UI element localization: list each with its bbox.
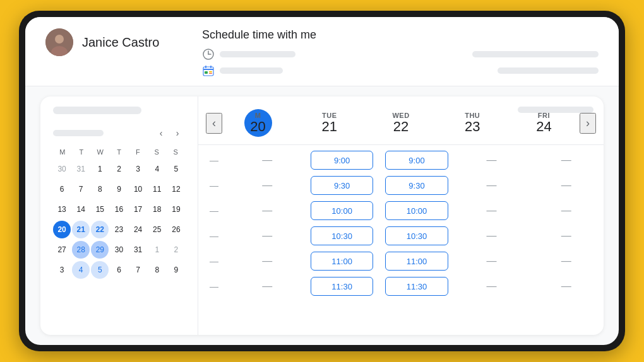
slot-cell-2-0: — bbox=[230, 199, 304, 222]
device-screen: Janice Castro Schedule time with me bbox=[25, 17, 619, 345]
cal-day-28[interactable]: 28 bbox=[72, 241, 90, 259]
cal-day-6[interactable]: 6 bbox=[53, 180, 71, 198]
slot-cell-0-1: 9:00 bbox=[304, 149, 379, 172]
cal-day-31[interactable]: 31 bbox=[72, 160, 90, 178]
clock-icon bbox=[202, 48, 215, 61]
cal-day-3[interactable]: 3 bbox=[53, 261, 71, 279]
cal-day-21[interactable]: 21 bbox=[72, 221, 90, 238]
cal-day-29[interactable]: 29 bbox=[91, 241, 109, 259]
cal-day-7[interactable]: 7 bbox=[72, 180, 90, 198]
today-circle: M 20 bbox=[244, 109, 272, 137]
schedule-title: Schedule time with me bbox=[202, 28, 599, 42]
slot-cell-2-3: — bbox=[454, 199, 528, 222]
time-today-label-5: — bbox=[198, 281, 230, 291]
slot-btn-4-1[interactable]: 11:00 bbox=[311, 252, 373, 271]
schedule-bar-2 bbox=[220, 67, 283, 74]
slot-btn-2-1[interactable]: 10:00 bbox=[311, 201, 373, 220]
tue-col-header: TUE 21 bbox=[294, 109, 365, 137]
prev-week-button[interactable]: ‹ bbox=[206, 113, 222, 134]
slot-cell-4-4: — bbox=[529, 250, 604, 272]
slot-empty-1-0: — bbox=[262, 180, 272, 191]
slot-empty-1-4: — bbox=[561, 180, 571, 191]
slot-cell-2-4: — bbox=[529, 199, 604, 222]
cal-day-5[interactable]: 5 bbox=[167, 160, 185, 178]
cal-day-11[interactable]: 11 bbox=[148, 180, 166, 198]
user-name: Janice Castro bbox=[82, 35, 159, 50]
cal-day-4[interactable]: 4 bbox=[72, 261, 90, 279]
time-row-1: ——9:309:30—— bbox=[198, 173, 604, 198]
cal-day-3[interactable]: 3 bbox=[129, 160, 147, 178]
cal-days: 3031123456789101112131415161718192021222… bbox=[53, 160, 185, 279]
time-today-label-1: — bbox=[198, 180, 230, 190]
slot-cell-3-1: 10:30 bbox=[304, 225, 379, 247]
slot-cell-4-2: 11:00 bbox=[379, 250, 454, 272]
slot-cell-1-3: — bbox=[454, 174, 528, 197]
cal-day-25[interactable]: 25 bbox=[148, 221, 166, 238]
cal-day-5[interactable]: 5 bbox=[91, 261, 109, 279]
cal-day-2[interactable]: 2 bbox=[167, 241, 185, 259]
slot-cell-3-3: — bbox=[454, 225, 528, 247]
slot-btn-5-1[interactable]: 11:30 bbox=[311, 277, 373, 296]
cal-day-8[interactable]: 8 bbox=[91, 180, 109, 198]
cal-header-bar bbox=[53, 107, 141, 114]
cal-day-1[interactable]: 1 bbox=[148, 241, 166, 259]
slot-cells-0: —9:009:00—— bbox=[230, 149, 604, 172]
wed-num: 22 bbox=[365, 119, 436, 134]
weekday-t1: T bbox=[72, 147, 91, 157]
slot-cell-1-4: — bbox=[529, 174, 604, 197]
svg-rect-8 bbox=[205, 66, 206, 68]
cal-day-1[interactable]: 1 bbox=[91, 160, 109, 178]
cal-day-23[interactable]: 23 bbox=[110, 221, 128, 238]
cal-day-26[interactable]: 26 bbox=[167, 221, 185, 238]
cal-day-15[interactable]: 15 bbox=[91, 201, 109, 218]
cal-day-9[interactable]: 9 bbox=[167, 261, 185, 279]
cal-day-7[interactable]: 7 bbox=[129, 261, 147, 279]
cal-day-27[interactable]: 27 bbox=[53, 241, 71, 259]
cal-day-8[interactable]: 8 bbox=[148, 261, 166, 279]
thu-num: 23 bbox=[437, 119, 508, 134]
cal-day-18[interactable]: 18 bbox=[148, 201, 166, 218]
cal-day-22[interactable]: 22 bbox=[91, 221, 109, 238]
next-week-button[interactable]: › bbox=[580, 113, 596, 134]
device-frame: Janice Castro Schedule time with me bbox=[19, 11, 625, 351]
weekday-f: F bbox=[128, 147, 147, 157]
slot-cell-5-3: — bbox=[454, 275, 528, 298]
cal-day-17[interactable]: 17 bbox=[129, 201, 147, 218]
slot-btn-4-2[interactable]: 11:00 bbox=[385, 252, 448, 271]
cal-day-31[interactable]: 31 bbox=[129, 241, 147, 259]
wed-col-header: WED 22 bbox=[365, 109, 436, 137]
cal-day-10[interactable]: 10 bbox=[129, 180, 147, 198]
cal-day-16[interactable]: 16 bbox=[110, 201, 128, 218]
slot-cell-2-1: 10:00 bbox=[304, 199, 379, 222]
cal-day-13[interactable]: 13 bbox=[53, 201, 71, 218]
slot-cell-5-2: 11:30 bbox=[379, 275, 454, 298]
cal-day-6[interactable]: 6 bbox=[110, 261, 128, 279]
slot-cell-5-4: — bbox=[529, 275, 604, 298]
cal-day-9[interactable]: 9 bbox=[110, 180, 128, 198]
slot-btn-1-1[interactable]: 9:30 bbox=[311, 176, 373, 195]
slot-btn-3-1[interactable]: 10:30 bbox=[311, 226, 373, 245]
cal-day-19[interactable]: 19 bbox=[167, 201, 185, 218]
prev-month-button[interactable]: ‹ bbox=[153, 126, 169, 141]
slot-cell-0-4: — bbox=[529, 149, 604, 172]
slot-empty-5-4: — bbox=[561, 281, 571, 292]
cal-day-24[interactable]: 24 bbox=[129, 221, 147, 238]
slot-btn-1-2[interactable]: 9:30 bbox=[385, 176, 448, 195]
cal-day-4[interactable]: 4 bbox=[148, 160, 166, 178]
cal-day-2[interactable]: 2 bbox=[110, 160, 128, 178]
slot-btn-0-1[interactable]: 9:00 bbox=[311, 151, 373, 170]
cal-day-20[interactable]: 20 bbox=[53, 221, 71, 238]
fri-num: 24 bbox=[508, 119, 580, 134]
main-card: ‹ › M T W T F S S bbox=[40, 96, 604, 335]
cal-day-12[interactable]: 12 bbox=[167, 180, 185, 198]
cal-day-30[interactable]: 30 bbox=[110, 241, 128, 259]
slot-btn-3-2[interactable]: 10:30 bbox=[385, 226, 448, 245]
cal-day-30[interactable]: 30 bbox=[53, 160, 71, 178]
next-month-button[interactable]: › bbox=[170, 126, 185, 141]
slot-btn-0-2[interactable]: 9:00 bbox=[385, 151, 448, 170]
svg-rect-12 bbox=[209, 73, 212, 74]
cal-day-14[interactable]: 14 bbox=[72, 201, 90, 218]
cal-nav-group: ‹ › bbox=[153, 126, 185, 141]
slot-btn-2-2[interactable]: 10:00 bbox=[385, 201, 448, 220]
slot-btn-5-2[interactable]: 11:30 bbox=[385, 277, 448, 296]
